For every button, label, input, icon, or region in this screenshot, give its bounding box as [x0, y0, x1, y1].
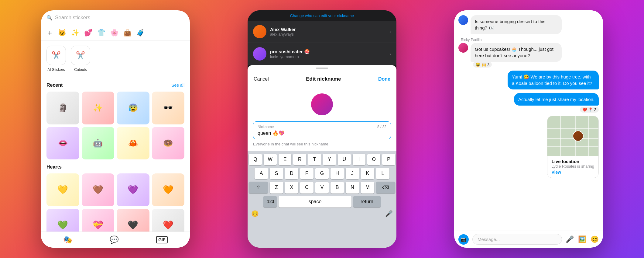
sticker-item[interactable]: 🤎 — [82, 173, 115, 206]
microphone-icon[interactable]: 🎤 — [566, 235, 574, 243]
key-q[interactable]: Q — [249, 154, 262, 165]
sticker-luggage-icon[interactable]: 🧳 — [136, 29, 145, 37]
keyboard-bottom-row: 😊 🎤 — [249, 210, 395, 218]
key-z[interactable]: Z — [270, 182, 283, 194]
message-sender-name-2: Ricky Padilla — [458, 38, 599, 42]
key-k[interactable]: K — [361, 168, 374, 179]
key-h[interactable]: H — [331, 168, 344, 179]
message-avatar-2 — [458, 43, 468, 53]
sticker-item[interactable]: 🕶️ — [152, 92, 185, 124]
key-shift[interactable]: ⇧ — [249, 182, 268, 194]
location-card[interactable]: Live location Lydie Rosales is sharing V… — [547, 116, 599, 178]
sticker-flower-icon[interactable]: 🌸 — [110, 29, 118, 37]
key-space[interactable]: space — [279, 196, 351, 207]
sticker-item[interactable]: 🖤 — [117, 209, 149, 232]
see-all-recent[interactable]: See all — [171, 83, 184, 88]
sticker-item[interactable]: 🗿 — [46, 92, 79, 124]
key-b[interactable]: B — [331, 182, 344, 194]
key-r[interactable]: R — [293, 154, 306, 165]
sheet-handle — [316, 68, 328, 69]
add-sticker-button[interactable]: ＋ — [46, 28, 53, 37]
reaction-badge-4[interactable]: ❤️ 📍 2 — [580, 107, 599, 113]
ai-stickers-label: AI Stickers — [47, 68, 65, 72]
sticker-search-bar[interactable]: 🔍 Search stickers — [41, 10, 190, 25]
sticker-item[interactable]: ❤️ — [152, 209, 185, 232]
sticker-bag-icon[interactable]: 👜 — [123, 29, 132, 37]
location-view-button[interactable]: View — [552, 170, 594, 175]
cancel-button[interactable]: Cancel — [254, 76, 269, 82]
reaction-badge-2[interactable]: 😂 🙌 3 — [473, 62, 492, 68]
key-o[interactable]: O — [367, 154, 380, 165]
key-j[interactable]: J — [346, 168, 359, 179]
keyboard-row-1: Q W E R T Y U I O P — [249, 154, 395, 165]
sticker-item[interactable]: 💜 — [117, 173, 149, 206]
ai-stickers-icon-box: ✂️ — [46, 46, 66, 65]
sticker-icon-bottom[interactable]: 💬 — [110, 235, 119, 244]
chat-messages-list[interactable]: Is someone bringing dessert to this thin… — [454, 10, 603, 231]
message-input[interactable]: Message... — [472, 234, 562, 245]
key-t[interactable]: T — [308, 154, 321, 165]
nickname-input-value[interactable]: queen 🔥💖 — [258, 130, 386, 136]
key-numbers[interactable]: 123 — [263, 196, 277, 207]
participant-row-1[interactable]: Alex Walker alex.anyways › — [248, 21, 396, 43]
gif-icon-bottom[interactable]: GIF — [156, 236, 167, 243]
sticker-item[interactable]: 🤖 — [82, 127, 115, 160]
key-v[interactable]: V — [315, 182, 329, 194]
search-input[interactable]: Search stickers — [55, 15, 184, 21]
face-icon-bottom[interactable]: 🎭 — [63, 235, 72, 244]
emoji-button[interactable]: 😊 — [251, 210, 259, 217]
sticker-item[interactable]: 🧡 — [152, 173, 185, 206]
sticker-icon[interactable]: 😊 — [591, 235, 599, 243]
sticker-toolbar: ＋ 🐱 ✨ 💕 👕 🌸 👜 🧳 — [41, 25, 190, 41]
key-a[interactable]: A — [255, 168, 268, 179]
key-d[interactable]: D — [285, 168, 298, 179]
map-road — [588, 116, 589, 156]
sticker-item[interactable]: 💚 — [46, 209, 79, 232]
gallery-icon[interactable]: 🖼️ — [578, 235, 586, 243]
done-button[interactable]: Done — [378, 76, 390, 82]
sticker-scroll-area[interactable]: Recent See all 🗿 ✨ 😰 🕶️ 👄 🤖 🦀 🍩 Hearts 💛… — [41, 77, 190, 232]
sticker-item[interactable]: ✨ — [82, 92, 115, 124]
hearts-section-header: Hearts — [46, 164, 184, 170]
key-s[interactable]: S — [270, 168, 283, 179]
sticker-heart-icon[interactable]: 💕 — [84, 29, 92, 37]
key-l[interactable]: L — [376, 168, 389, 179]
key-n[interactable]: N — [346, 182, 359, 194]
key-x[interactable]: X — [285, 182, 298, 194]
sheet-title: Edit nickname — [306, 76, 341, 82]
key-return[interactable]: return — [353, 196, 381, 207]
participant-row-2[interactable]: pro sushi eater 🍣 lucie_yamamoto › — [248, 43, 396, 65]
cutouts-label: Cutouts — [74, 68, 87, 72]
keyboard-row-3: ⇧ Z X C V B N M ⌫ — [249, 182, 395, 194]
key-p[interactable]: P — [382, 154, 395, 165]
sticker-item[interactable]: 😰 — [117, 92, 149, 124]
key-f[interactable]: F — [300, 168, 313, 179]
nickname-input-wrapper[interactable]: Nickname 8 / 32 queen 🔥💖 — [253, 121, 391, 139]
message-avatar-1 — [458, 15, 468, 25]
recent-title: Recent — [46, 82, 63, 88]
sticker-item[interactable]: 👄 — [46, 127, 79, 160]
sticker-cat-icon[interactable]: 🐱 — [58, 29, 66, 37]
key-u[interactable]: U — [338, 154, 351, 165]
key-w[interactable]: W — [264, 154, 277, 165]
sticker-item[interactable]: 🦀 — [117, 127, 149, 160]
ai-stickers-button[interactable]: ✂️ AI Stickers — [46, 46, 66, 72]
location-title: Live location — [552, 159, 594, 164]
sticker-item[interactable]: 🍩 — [152, 127, 185, 160]
key-backspace[interactable]: ⌫ — [376, 182, 395, 194]
sticker-item[interactable]: 💝 — [82, 209, 115, 232]
camera-button[interactable]: 📷 — [458, 234, 469, 245]
microphone-icon[interactable]: 🎤 — [385, 210, 393, 217]
cutouts-button[interactable]: ✂️ Cutouts — [71, 46, 90, 72]
key-g[interactable]: G — [315, 168, 329, 179]
top-hint-text[interactable]: Change who can edit your nickname — [290, 13, 354, 18]
key-e[interactable]: E — [279, 154, 292, 165]
key-i[interactable]: I — [353, 154, 366, 165]
sticker-shirt-icon[interactable]: 👕 — [97, 29, 105, 37]
key-y[interactable]: Y — [323, 154, 336, 165]
message-reactions-2: 😂 🙌 3 — [471, 62, 562, 67]
key-m[interactable]: M — [361, 182, 374, 194]
sticker-star-icon[interactable]: ✨ — [71, 29, 79, 37]
key-c[interactable]: C — [300, 182, 313, 194]
sticker-item[interactable]: 💛 — [46, 173, 79, 206]
